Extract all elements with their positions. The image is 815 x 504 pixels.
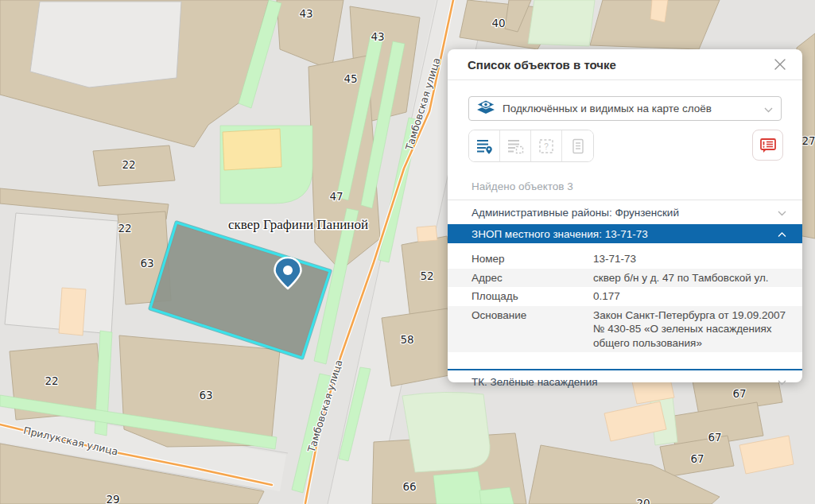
building-number: 40 <box>491 17 505 29</box>
svg-text:?: ? <box>544 142 549 151</box>
row-label: Адрес <box>472 271 593 285</box>
panel-title: Список объектов в точке <box>468 58 772 72</box>
row-value: Закон Санкт-Петербурга от 19.09.2007 № 4… <box>593 308 793 351</box>
section-label: ТК. Зелёные насаждения <box>472 376 778 388</box>
building-number: 43 <box>299 7 312 20</box>
section-label: Административные районы: Фрунзенский <box>472 207 778 219</box>
row-value: сквер б/н у д. 47 по Тамбовской ул. <box>593 271 793 285</box>
panel-toolbar: ? <box>468 130 783 162</box>
building-number: 27 <box>801 134 815 147</box>
building-number: 58 <box>400 333 413 346</box>
list-by-area-icon[interactable] <box>500 130 531 161</box>
table-row: Основание Закон Санкт-Петербурга от 19.0… <box>448 306 802 353</box>
building-number: 29 <box>106 493 119 504</box>
panel-header: Список объектов в точке <box>448 49 802 80</box>
list-by-point-icon[interactable] <box>469 130 500 161</box>
found-objects-count: Найдено объектов 3 <box>448 176 802 200</box>
row-label: Основание <box>472 308 593 351</box>
objects-panel: Список объектов в точке Подключённых и в… <box>448 49 802 382</box>
chevron-down-icon <box>778 207 786 219</box>
row-label: Номер <box>472 252 593 266</box>
building-number: 47 <box>329 190 343 203</box>
building-number: 22 <box>122 158 135 171</box>
table-row: Адрес сквер б/н у д. 47 по Тамбовской ул… <box>448 269 802 288</box>
building-number: 52 <box>420 269 433 282</box>
chevron-down-icon <box>778 376 786 388</box>
search-mode-button-group: ? <box>468 130 594 162</box>
section-tk-green[interactable]: ТК. Зелёные насаждения <box>448 370 802 394</box>
building-number: 20 <box>636 497 650 504</box>
row-value: 13-71-73 <box>593 252 793 266</box>
building-number: 67 <box>690 452 704 465</box>
table-row: Площадь 0.177 <box>448 287 802 306</box>
building-number: 63 <box>140 257 153 269</box>
building-number: 22 <box>118 222 131 235</box>
building-number: 66 <box>402 480 416 493</box>
building-number: 45 <box>343 72 357 85</box>
building-number: 63 <box>199 389 212 401</box>
building-number: 22 <box>45 374 58 387</box>
row-label: Площадь <box>472 289 593 304</box>
building-number: 67 <box>708 431 721 444</box>
object-details-table: Номер 13-71-73 Адрес сквер б/н у д. 47 п… <box>448 243 802 352</box>
document-list-icon[interactable] <box>562 130 593 161</box>
yellow-building <box>223 129 281 170</box>
layer-filter-value: Подключённых и видимых на карте слоёв <box>503 103 764 114</box>
section-label: ЗНОП местного значения: 13-71-73 <box>472 228 778 240</box>
section-admin-districts[interactable]: Административные районы: Фрунзенский <box>448 200 802 224</box>
close-icon[interactable] <box>772 56 788 72</box>
layer-filter-select[interactable]: Подключённых и видимых на карте слоёв <box>468 96 782 121</box>
identify-area-icon[interactable]: ? <box>531 130 562 161</box>
chevron-up-icon <box>778 228 786 240</box>
area-label-skver: сквер Графини Паниной <box>228 217 368 232</box>
section-znop-expanded[interactable]: ЗНОП местного значения: 13-71-73 <box>448 224 802 243</box>
building-number: 43 <box>371 30 384 43</box>
layers-visibility-icon <box>476 99 495 119</box>
row-value: 0.177 <box>593 289 793 304</box>
chevron-down-icon <box>764 102 773 116</box>
table-row: Номер 13-71-73 <box>448 250 802 269</box>
report-error-icon[interactable] <box>752 130 783 161</box>
